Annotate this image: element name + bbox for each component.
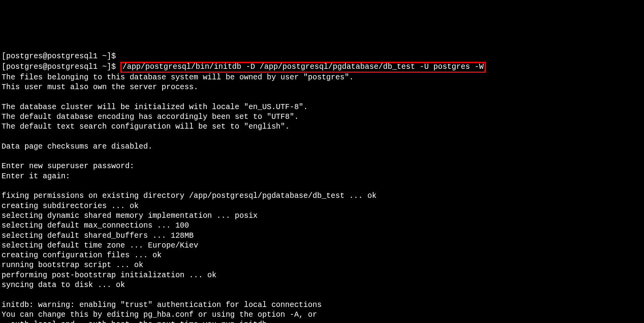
output-line: The database cluster will be initialized… — [2, 103, 308, 111]
output-line: selecting default max_connections ... 10… — [2, 221, 189, 230]
output-line: Data page checksums are disabled. — [2, 142, 152, 151]
output-line: performing post-bootstrap initialization… — [2, 271, 216, 280]
output-line: Enter new superuser password: — [2, 162, 134, 170]
output-line: Enter it again: — [2, 172, 70, 181]
output-line: The default database encoding has accord… — [2, 113, 299, 121]
output-line: syncing data to disk ... ok — [2, 281, 125, 289]
output-line: selecting default time zone ... Europe/K… — [2, 241, 198, 250]
output-line: fixing permissions on existing directory… — [2, 192, 377, 200]
terminal-output[interactable]: [postgres@postgresql1 ~]$ [postgres@post… — [0, 49, 644, 323]
output-line: selecting default shared_buffers ... 128… — [2, 231, 193, 240]
output-line: The files belonging to this database sys… — [2, 73, 354, 82]
highlighted-command: /app/postgresql/bin/initdb -D /app/postg… — [120, 62, 485, 73]
output-line: The default text search configuration wi… — [2, 122, 290, 131]
output-line: initdb: warning: enabling "trust" authen… — [2, 301, 322, 309]
output-line: You can change this by editing pg_hba.co… — [2, 310, 317, 319]
output-line: selecting dynamic shared memory implemen… — [2, 212, 258, 220]
output-line: This user must also own the server proce… — [2, 83, 198, 92]
output-line: running bootstrap script ... ok — [2, 261, 143, 269]
shell-prompt: [postgres@postgresql1 ~]$ — [2, 63, 120, 71]
shell-prompt: [postgres@postgresql1 ~]$ — [2, 52, 116, 61]
output-line: --auth-local and --auth-host, the next t… — [2, 320, 271, 323]
output-line: creating configuration files ... ok — [2, 251, 162, 260]
output-line: creating subdirectories ... ok — [2, 202, 139, 210]
